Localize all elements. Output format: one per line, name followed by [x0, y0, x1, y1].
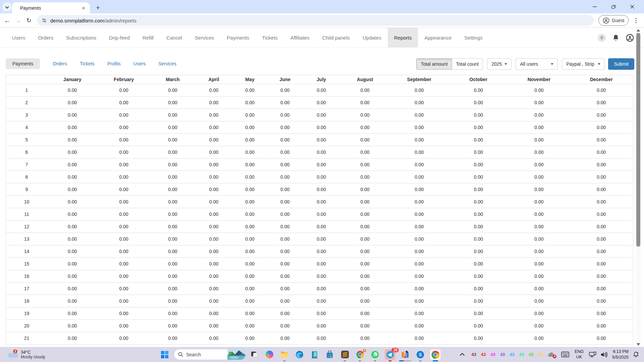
telegram-icon[interactable]: .30	[385, 349, 395, 360]
address-bar[interactable]: demo.smmplatform.com/admin/reports	[37, 15, 594, 26]
table-cell: 0.00	[449, 84, 508, 97]
nav-item-tickets[interactable]: Tickets	[256, 28, 284, 47]
site-info-icon[interactable]	[42, 18, 47, 23]
total-amount-button[interactable]: Total amount	[416, 58, 452, 70]
search-icon	[178, 352, 183, 357]
table-cell: 0.00	[508, 233, 570, 245]
language-indicator[interactable]: ENG UK	[575, 349, 584, 360]
tray-counter[interactable]: 43	[509, 352, 514, 357]
tray-counter[interactable]: 43	[471, 352, 476, 357]
table-cell: 0.00	[508, 134, 570, 146]
report-tab-users[interactable]: Users	[133, 58, 146, 69]
taskbar: 2 34°C Mostly cloudy Search	[0, 347, 644, 362]
table-cell: 0.00	[508, 146, 570, 159]
edge-icon[interactable]	[294, 349, 305, 360]
tray-counter[interactable]: 43	[519, 352, 524, 357]
table-row: 130.000.000.000.000.000.000.000.000.000.…	[6, 233, 633, 245]
report-tab-services[interactable]: Services	[158, 58, 176, 69]
nav-item-users[interactable]: Users	[6, 28, 32, 47]
window-close-button[interactable]	[627, 2, 637, 12]
microsoft-store-icon[interactable]	[324, 349, 335, 360]
do-not-disturb-bell-icon[interactable]: z	[633, 351, 639, 358]
start-button[interactable]	[161, 351, 169, 359]
window-restore-button[interactable]	[608, 2, 619, 12]
scrollbar-up-arrow-icon[interactable]	[637, 29, 640, 32]
submit-button[interactable]: Submit	[608, 58, 634, 70]
sublime-text-icon[interactable]	[339, 349, 350, 360]
bell-icon[interactable]	[612, 34, 619, 42]
table-cell: 0.00	[508, 295, 570, 307]
nav-item-services[interactable]: Services	[189, 28, 221, 47]
reload-button[interactable]: ↻	[23, 15, 34, 26]
copilot-icon[interactable]	[264, 349, 275, 360]
users-select[interactable]: All users	[516, 58, 558, 70]
nav-item-updates[interactable]: Updates	[356, 28, 388, 47]
report-tab-profits[interactable]: Profits	[107, 58, 121, 69]
skype-icon[interactable]: S	[415, 349, 426, 360]
tab-search-button[interactable]	[3, 3, 11, 11]
onedrive-error-icon[interactable]	[548, 352, 555, 357]
nav-item-reports[interactable]: Reports	[388, 28, 418, 47]
table-cell: 0.00	[390, 307, 449, 320]
network-icon[interactable]	[589, 352, 596, 358]
window-minimize-button[interactable]	[590, 2, 600, 12]
weather-widget[interactable]: 2 34°C Mostly cloudy	[5, 347, 48, 362]
file-explorer-icon[interactable]	[279, 349, 290, 360]
nav-item-child-panels[interactable]: Child panels	[316, 28, 356, 47]
tab-close-icon[interactable]: ×	[80, 5, 87, 11]
table-cell: 0.00	[150, 245, 196, 258]
notepad-icon[interactable]	[309, 349, 320, 360]
tray-counter[interactable]: 43	[481, 352, 486, 357]
taskbar-clock[interactable]: 6:13 PM 5/5/2025	[612, 349, 629, 360]
back-button[interactable]: ←	[2, 15, 13, 26]
tray-counter[interactable]: 43	[538, 352, 543, 357]
hidden-icons-chevron-icon[interactable]	[460, 353, 465, 357]
browser-tab[interactable]: Payments ×	[12, 2, 90, 13]
tray-counter[interactable]: 43	[500, 352, 505, 357]
total-count-button[interactable]: Total count	[452, 58, 483, 70]
nav-item-cancel[interactable]: Cancel	[160, 28, 189, 47]
table-cell: 0.00	[508, 97, 570, 109]
payment-methods-dropdown[interactable]: Paypal , Strip	[562, 58, 605, 70]
chrome-profile-icon[interactable]	[355, 349, 365, 360]
table-cell: 0.00	[449, 307, 508, 320]
nav-item-orders[interactable]: Orders	[32, 28, 60, 47]
table-cell: 0.00	[390, 233, 449, 245]
nav-item-settings[interactable]: Settings	[458, 28, 489, 47]
nav-item-drip-feed[interactable]: Drip-feed	[103, 28, 136, 47]
profile-button[interactable]: Guest	[598, 15, 629, 26]
task-view-icon[interactable]	[249, 349, 260, 360]
table-cell: 0.00	[508, 270, 570, 283]
table-cell: 0.00	[150, 258, 196, 270]
table-cell: 0.00	[570, 196, 633, 208]
table-cell: 0.00	[98, 146, 150, 159]
nav-item-refill[interactable]: Refill	[136, 28, 160, 47]
new-tab-button[interactable]: +	[93, 3, 103, 12]
table-cell: 0.00	[390, 221, 449, 233]
whatsapp-icon[interactable]	[370, 349, 380, 360]
scrollbar-thumb[interactable]	[636, 33, 640, 247]
browser-menu-button[interactable]	[631, 16, 641, 25]
touch-keyboard-icon[interactable]	[561, 352, 569, 357]
table-cell: 0.00	[303, 171, 340, 183]
nav-item-appearance[interactable]: Appearance	[418, 28, 458, 47]
account-icon[interactable]	[626, 34, 634, 42]
report-tab-payments[interactable]: Payments	[6, 58, 40, 69]
forward-button[interactable]: →	[13, 15, 23, 26]
tray-counter[interactable]: 43	[490, 352, 495, 357]
chrome-active-icon[interactable]	[430, 349, 441, 360]
nav-item-subscriptions[interactable]: Subscriptions	[60, 28, 103, 47]
table-cell: 0.00	[98, 258, 150, 270]
nav-item-affiliates[interactable]: Affiliates	[284, 28, 316, 47]
notification-count-badge[interactable]: 0	[598, 34, 606, 42]
taskbar-search[interactable]: Search	[174, 349, 246, 360]
report-tab-orders[interactable]: Orders	[53, 58, 67, 69]
volume-icon[interactable]	[600, 352, 607, 358]
page-scrollbar[interactable]	[636, 28, 641, 347]
tray-counter[interactable]: 43	[529, 352, 533, 357]
nav-item-payments[interactable]: Payments	[220, 28, 256, 47]
weather-app-icon[interactable]	[400, 349, 411, 360]
report-tab-tickets[interactable]: Tickets	[80, 58, 95, 69]
scrollbar-down-arrow-icon[interactable]	[637, 343, 640, 346]
year-dropdown[interactable]: 2025	[487, 58, 512, 70]
